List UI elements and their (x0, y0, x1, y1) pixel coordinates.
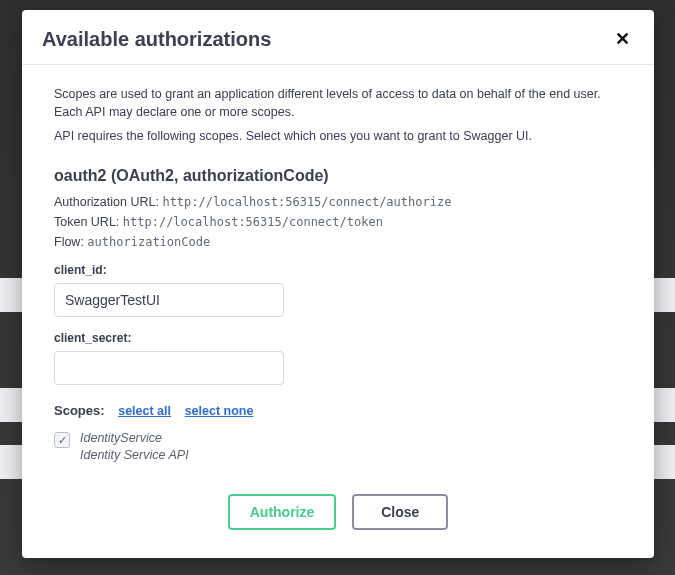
scopes-header: Scopes: select all select none (54, 403, 622, 418)
select-all-link[interactable]: select all (118, 404, 171, 418)
flow-row: Flow: authorizationCode (54, 235, 622, 249)
client-id-label: client_id: (54, 263, 622, 277)
auth-scheme-title: oauth2 (OAuth2, authorizationCode) (54, 167, 622, 185)
button-row: Authorize Close (54, 494, 622, 530)
scope-checkbox[interactable]: ✓ (54, 432, 70, 448)
client-id-input[interactable] (54, 283, 284, 317)
modal-body: Scopes are used to grant an application … (22, 65, 654, 558)
authorization-url-label: Authorization URL: (54, 195, 159, 209)
token-url-value: http://localhost:56315/connect/token (123, 215, 383, 229)
token-url-row: Token URL: http://localhost:56315/connec… (54, 215, 622, 229)
select-none-link[interactable]: select none (185, 404, 254, 418)
scope-description: Identity Service API (80, 447, 189, 464)
close-button[interactable]: Close (352, 494, 448, 530)
auth-modal: Available authorizations ✕ Scopes are us… (22, 10, 654, 558)
close-icon[interactable]: ✕ (611, 26, 634, 52)
scope-item: ✓ IdentityService Identity Service API (54, 430, 622, 464)
authorize-button[interactable]: Authorize (228, 494, 337, 530)
client-secret-input[interactable] (54, 351, 284, 385)
scope-name: IdentityService (80, 430, 189, 447)
intro-line-2: API requires the following scopes. Selec… (54, 127, 622, 145)
authorization-url-row: Authorization URL: http://localhost:5631… (54, 195, 622, 209)
intro-text: Scopes are used to grant an application … (54, 85, 622, 145)
modal-header: Available authorizations ✕ (22, 10, 654, 65)
scopes-label: Scopes: (54, 403, 105, 418)
intro-line-1: Scopes are used to grant an application … (54, 85, 622, 121)
client-secret-label: client_secret: (54, 331, 622, 345)
scope-text: IdentityService Identity Service API (80, 430, 189, 464)
flow-value: authorizationCode (87, 235, 210, 249)
token-url-label: Token URL: (54, 215, 119, 229)
modal-title: Available authorizations (42, 28, 271, 51)
authorization-url-value: http://localhost:56315/connect/authorize (162, 195, 451, 209)
flow-label: Flow: (54, 235, 84, 249)
